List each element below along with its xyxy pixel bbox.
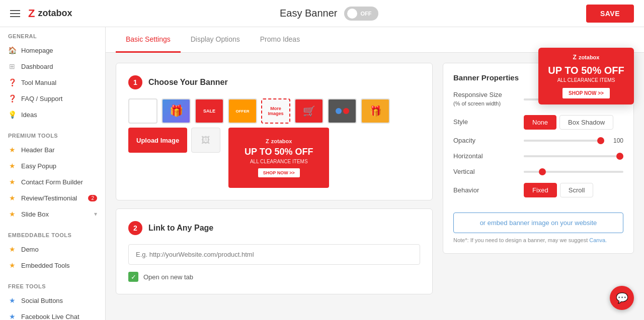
sidebar-item-slide-box[interactable]: ★ Slide Box ▾ [0,206,105,222]
sidebar-item-easy-popup[interactable]: ★ Easy Popup [0,158,105,174]
chat-bubble[interactable]: 💬 [610,286,634,310]
toggle-circle [347,9,357,19]
behavior-scroll-button[interactable]: Scroll [560,183,594,197]
horizontal-label: Horizontal [453,152,519,161]
canva-link[interactable]: Canva. [589,237,607,243]
style-label: Style [453,118,519,127]
banner-thumb-gift[interactable]: 🎁 [162,98,191,124]
sidebar-ideas-label: Ideas [21,111,37,119]
style-box-shadow-button[interactable]: Box Shadow [559,115,613,130]
sidebar-item-facebook-chat[interactable]: ★ Facebook Live Chat [0,308,105,320]
behavior-label: Behavior [453,186,519,195]
menu-button[interactable] [10,10,20,17]
style-btn-group: None Box Shadow [524,115,613,130]
floating-main-text: UP TO 50% OFF [548,65,624,76]
sidebar-item-faq[interactable]: ❓ FAQ / Support [0,90,105,106]
banner-thumb-gift2[interactable]: 🎁 [361,98,390,124]
banner-thumb-cart[interactable]: 🛒 [294,98,324,124]
horizontal-thumb[interactable] [616,153,623,160]
note-label: Note*: If you need to design a banner, m… [453,237,588,243]
star-blue-icon: ★ [8,296,16,304]
sidebar-item-social-buttons[interactable]: ★ Social Buttons [0,292,105,308]
sidebar-free-label: FREE TOOLS [0,277,105,292]
opacity-thumb[interactable] [597,137,604,144]
sidebar-embedded-tools-label: Embedded Tools [21,262,70,269]
preview-sub-text: ALL CLEARANCE ITEMS [250,159,308,164]
behavior-fixed-button[interactable]: Fixed [524,183,557,197]
tab-promo-ideas[interactable]: Promo Ideas [250,27,310,53]
left-column: 1 Choose Your Banner 🎁 SALE OFFER More I… [116,63,433,310]
sidebar-slide-box-label: Slide Box [21,210,49,218]
behavior-row: Behavior Fixed Scroll [453,183,623,197]
sidebar-general-label: GENERAL [0,27,105,42]
sidebar-tool-manual-label: Tool Manual [21,79,56,86]
open-new-tab-row: ✓ Open on new tab [128,272,420,282]
preview-cta-button[interactable]: SHOP NOW >> [258,168,300,177]
opacity-control: 100 [524,137,623,144]
upload-image-button[interactable]: Upload Image [128,128,187,153]
dashboard-icon: ⊞ [8,62,16,70]
vertical-label: Vertical [453,168,519,176]
sidebar-item-dashboard[interactable]: ⊞ Dashboard [0,58,105,74]
link-to-page-card: 2 Link to Any Page ✓ Open on new tab [116,208,433,294]
style-control: None Box Shadow [524,115,623,130]
embed-button[interactable]: or embed banner image on your website [453,212,623,233]
note-text: Note*: If you need to design a banner, m… [453,237,623,243]
style-none-button[interactable]: None [524,115,556,130]
vertical-control [524,171,623,173]
horizontal-slider[interactable] [524,155,623,157]
section2-header: 2 Link to Any Page [128,221,420,235]
opacity-row: Opacity 100 [453,137,623,145]
sidebar-item-contact-form[interactable]: ★ Contact Form Builder [0,174,105,190]
faq-icon: ❓ [8,94,16,102]
header-left: Z zotabox [10,7,72,20]
sidebar-header-bar-label: Header Bar [21,146,54,154]
tool-manual-icon: ❓ [8,78,16,86]
header-center: Easy Banner OFF [280,7,379,21]
review-badge: 2 [88,195,97,201]
choose-banner-card: 1 Choose Your Banner 🎁 SALE OFFER More I… [116,63,433,200]
sidebar-item-header-bar[interactable]: ★ Header Bar [0,142,105,158]
floating-logo-text: zotabox [579,54,600,60]
sidebar-item-review[interactable]: ★ Review/Testimonial 2 [0,190,105,206]
opacity-value: 100 [608,137,623,144]
tab-display-options[interactable]: Display Options [181,27,250,53]
floating-cta-button[interactable]: SHOP NOW >> [562,88,610,98]
banner-thumb-offer[interactable]: OFFER [228,98,257,124]
horizontal-row: Horizontal [453,152,623,161]
sidebar-item-ideas[interactable]: 💡 Ideas [0,106,105,123]
banner-preview: Z zotabox UP TO 50% OFF ALL CLEARANCE IT… [228,128,329,188]
banner-gallery: 🎁 SALE OFFER More Images 🛒 🎁 [128,98,420,188]
banner-thumb-more[interactable]: More Images [261,98,290,124]
floating-banner-preview: Z zotabox UP TO 50% OFF ALL CLEARANCE IT… [538,48,634,104]
open-new-tab-label: Open on new tab [143,273,193,281]
sidebar-embeddable-label: EMBEDDABLE TOOLS [0,226,105,241]
vertical-slider[interactable] [524,171,623,173]
opacity-slider[interactable] [524,140,604,142]
open-new-tab-checkbox[interactable]: ✓ [128,272,138,282]
section1-header: 1 Choose Your Banner [128,75,420,89]
preview-main-text: UP TO 50% OFF [245,147,313,157]
vertical-thumb[interactable] [539,168,546,175]
save-button[interactable]: SAVE [586,5,634,23]
toggle-switch[interactable]: OFF [344,7,378,21]
sidebar-premium-label: PREMIUM TOOLS [0,127,105,142]
tab-basic-settings[interactable]: Basic Settings [116,27,181,53]
sidebar-item-tool-manual[interactable]: ❓ Tool Manual [0,74,105,90]
sidebar-item-demo[interactable]: ★ Demo [0,241,105,257]
sidebar-item-embedded-tools[interactable]: ★ Embedded Tools [0,257,105,273]
banner-thumb-circles[interactable] [328,98,357,124]
sidebar-dashboard-label: Dashboard [21,63,53,70]
banner-thumb-blank[interactable] [128,98,157,124]
banner-thumb-sale[interactable]: SALE [195,98,224,124]
section2-title: Link to Any Page [148,224,213,233]
sidebar-item-homepage[interactable]: 🏠 Homepage [0,42,105,58]
ideas-icon: 💡 [8,111,16,119]
floating-banner-logo: Z zotabox [573,54,600,61]
star-icon: ★ [8,245,16,253]
star-icon: ★ [8,162,16,170]
banner-thumb-placeholder[interactable]: 🖼 [191,128,220,153]
step2-badge: 2 [128,221,142,235]
section1-title: Choose Your Banner [148,78,228,87]
url-input[interactable] [128,244,420,265]
